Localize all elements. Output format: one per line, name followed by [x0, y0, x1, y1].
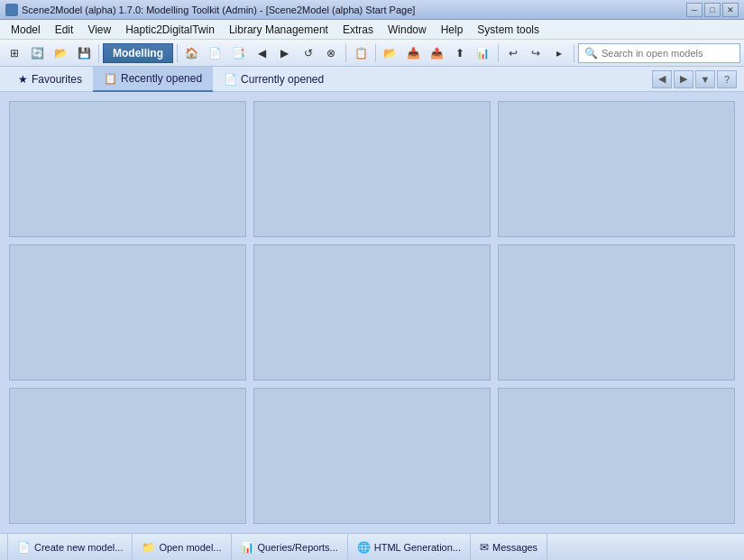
tab-currently-opened[interactable]: 📄 Currently opened	[213, 67, 335, 92]
menu-edit[interactable]: Edit	[48, 22, 81, 38]
toolbar-open[interactable]: 📂	[380, 43, 401, 63]
title-bar-text: Scene2Model (alpha) 1.7.0: Modelling Too…	[22, 5, 415, 15]
minimize-button[interactable]: ─	[686, 3, 703, 17]
toolbar-stop[interactable]: ⊗	[320, 43, 342, 63]
tab-recently-label: Recently opened	[121, 72, 202, 85]
currently-icon: 📄	[224, 73, 237, 86]
title-bar-left: Scene2Model (alpha) 1.7.0: Modelling Too…	[5, 4, 415, 16]
tile-2[interactable]	[253, 101, 491, 237]
toolbar-doc1[interactable]: 📄	[205, 43, 226, 63]
tile-9[interactable]	[498, 388, 735, 524]
menu-view[interactable]: View	[80, 22, 118, 38]
menu-system-tools[interactable]: System tools	[470, 22, 547, 38]
separator-4	[375, 44, 376, 62]
main-content	[0, 92, 744, 533]
queries-label: Queries/Reports...	[258, 542, 338, 553]
tile-3[interactable]	[498, 101, 735, 237]
menu-extras[interactable]: Extras	[335, 22, 381, 38]
toolbar-icon-2[interactable]: 🔄	[27, 43, 49, 63]
toolbar-undo[interactable]: ↩	[502, 43, 524, 63]
toolbar-export3[interactable]: 📊	[473, 43, 494, 63]
search-icon: 🔍	[584, 47, 598, 60]
toolbar-form[interactable]: 📋	[350, 43, 372, 63]
toolbar-home[interactable]: 🏠	[181, 43, 203, 63]
toolbar-doc2[interactable]: 📑	[227, 43, 249, 63]
separator-5	[498, 44, 499, 62]
status-queries[interactable]: 📊 Queries/Reports...	[232, 534, 348, 561]
title-bar-controls: ─ □ ✕	[686, 3, 739, 17]
menu-library[interactable]: Library Management	[222, 22, 335, 38]
toolbar-icon-3[interactable]: 📂	[51, 43, 72, 63]
html-icon: 🌐	[357, 541, 371, 554]
search-input[interactable]	[602, 48, 728, 59]
tile-4[interactable]	[9, 244, 246, 381]
nav-info-button[interactable]: ?	[717, 70, 737, 88]
open-label: Open model...	[159, 542, 221, 553]
menu-model[interactable]: Model	[4, 22, 48, 38]
modelling-badge: Modelling	[103, 43, 173, 63]
nav-dropdown-button[interactable]: ▼	[695, 70, 715, 88]
tab-currently-label: Currently opened	[241, 73, 324, 86]
status-bar: 📄 Create new model... 📁 Open model... 📊 …	[0, 533, 744, 560]
menu-help[interactable]: Help	[434, 22, 471, 38]
tab-list: ★ Favourites 📋 Recently opened 📄 Current…	[7, 67, 335, 92]
tile-6[interactable]	[498, 244, 735, 381]
status-html[interactable]: 🌐 HTML Generation...	[348, 534, 471, 561]
status-messages[interactable]: ✉ Messages	[471, 534, 547, 561]
tile-8[interactable]	[253, 388, 491, 524]
tile-5[interactable]	[253, 244, 491, 381]
tab-nav-controls: ◀ ▶ ▼ ?	[652, 70, 737, 88]
search-box[interactable]: 🔍	[578, 43, 740, 63]
open-icon: 📁	[142, 541, 155, 554]
status-create-model[interactable]: 📄 Create new model...	[7, 534, 133, 561]
tile-1[interactable]	[9, 101, 246, 237]
toolbar-redo[interactable]: ↪	[525, 43, 547, 63]
toolbar-export2[interactable]: ⬆	[449, 43, 471, 63]
toolbar-icon-4[interactable]: 💾	[73, 43, 95, 63]
toolbar-forward[interactable]: ▶	[274, 43, 296, 63]
title-bar: Scene2Model (alpha) 1.7.0: Modelling Too…	[0, 0, 744, 20]
modelling-label: Modelling	[113, 47, 163, 60]
star-icon: ★	[18, 73, 28, 86]
toolbar-refresh[interactable]: ↺	[298, 43, 319, 63]
separator-2	[177, 44, 178, 62]
toolbar-import[interactable]: 📥	[403, 43, 425, 63]
menu-bar: Model Edit View Haptic2DigitalTwin Libra…	[0, 20, 744, 40]
nav-back-button[interactable]: ◀	[652, 70, 672, 88]
toolbar-icon-1[interactable]: ⊞	[4, 43, 25, 63]
toolbar-arrow[interactable]: ▸	[548, 43, 570, 63]
menu-window[interactable]: Window	[381, 22, 434, 38]
toolbar-back[interactable]: ◀	[251, 43, 272, 63]
queries-icon: 📊	[241, 541, 254, 554]
maximize-button[interactable]: □	[704, 3, 721, 17]
tab-favourites[interactable]: ★ Favourites	[7, 67, 93, 92]
html-label: HTML Generation...	[374, 542, 461, 553]
messages-label: Messages	[492, 542, 537, 553]
tab-recently-opened[interactable]: 📋 Recently opened	[93, 67, 213, 92]
status-open-model[interactable]: 📁 Open model...	[133, 534, 231, 561]
tab-bar: ★ Favourites 📋 Recently opened 📄 Current…	[0, 67, 744, 92]
recently-icon: 📋	[104, 72, 117, 85]
create-label: Create new model...	[34, 542, 123, 553]
toolbar-export[interactable]: 📤	[426, 43, 447, 63]
create-icon: 📄	[17, 541, 31, 554]
nav-forward-button[interactable]: ▶	[674, 70, 693, 88]
toolbar: ⊞ 🔄 📂 💾 Modelling 🏠 📄 📑 ◀ ▶ ↺ ⊗ 📋 📂 📥 📤 …	[0, 40, 744, 67]
menu-haptic[interactable]: Haptic2DigitalTwin	[118, 22, 222, 38]
messages-icon: ✉	[480, 541, 489, 554]
tile-7[interactable]	[9, 388, 246, 524]
separator-1	[98, 44, 99, 62]
close-button[interactable]: ✕	[722, 3, 739, 17]
app-icon	[5, 4, 18, 16]
separator-3	[345, 44, 346, 62]
separator-6	[574, 44, 574, 62]
tab-favourites-label: Favourites	[32, 73, 82, 86]
